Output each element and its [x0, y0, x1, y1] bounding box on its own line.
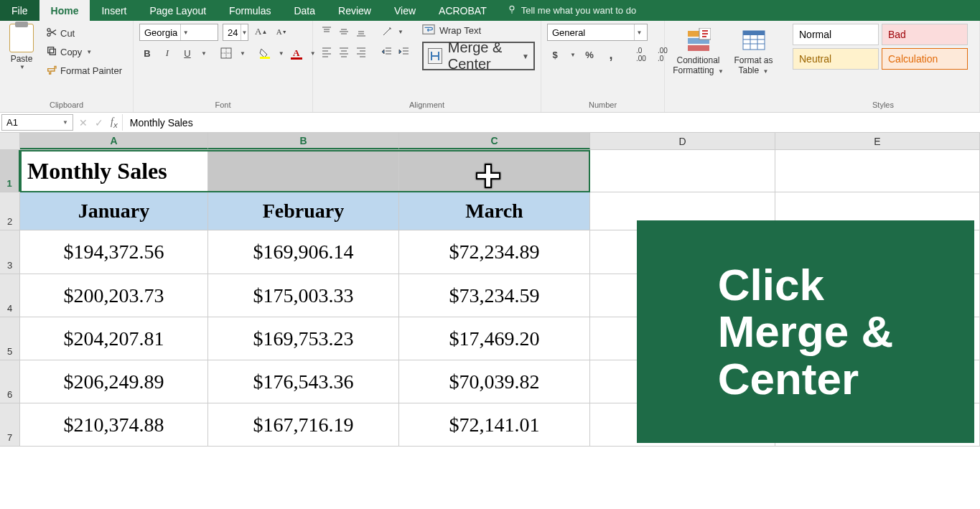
- cell-A3[interactable]: $194,372.56: [20, 230, 208, 274]
- cut-button[interactable]: Cut: [43, 25, 125, 41]
- tab-acrobat[interactable]: ACROBAT: [427, 0, 498, 21]
- italic-button[interactable]: I: [159, 45, 175, 61]
- col-head-A[interactable]: A: [20, 133, 208, 149]
- align-right-button[interactable]: [353, 44, 369, 60]
- merge-center-button[interactable]: Merge & Center ▼: [422, 42, 535, 70]
- chevron-down-icon: ▼: [180, 24, 190, 40]
- name-box[interactable]: A1 ▼: [1, 114, 73, 131]
- format-painter-label: Format Painter: [60, 65, 122, 76]
- fill-color-button[interactable]: [257, 45, 273, 61]
- row-head-6[interactable]: 6: [0, 360, 20, 403]
- select-all-corner[interactable]: [0, 133, 20, 149]
- col-head-E[interactable]: E: [775, 133, 980, 149]
- group-font: Georgia ▼ 24 ▼ A▲ A▼ B I U▼ ▼ ▼ A▼ Font: [134, 21, 313, 112]
- cell-B5[interactable]: $169,753.23: [208, 317, 399, 360]
- tab-formulas[interactable]: Formulas: [218, 0, 282, 21]
- font-color-button[interactable]: A: [289, 45, 304, 61]
- insert-function-button[interactable]: fx: [111, 116, 118, 129]
- chevron-down-icon: ▼: [62, 119, 68, 126]
- cell-B2[interactable]: February: [208, 192, 399, 230]
- cell-C1[interactable]: [399, 150, 590, 192]
- cell-A5[interactable]: $204,207.81: [20, 317, 208, 360]
- format-as-table-button[interactable]: Format as Table ▼: [726, 24, 781, 75]
- copy-button[interactable]: Copy ▼: [43, 44, 125, 60]
- cell-C3[interactable]: $72,234.89: [399, 230, 590, 274]
- ribbon: Paste ▼ Cut Copy ▼ Format Painter C: [0, 21, 980, 113]
- row-head-1[interactable]: 1: [0, 150, 20, 192]
- col-head-C[interactable]: C: [399, 133, 590, 149]
- format-painter-button[interactable]: Format Painter: [43, 62, 125, 78]
- tab-insert[interactable]: Insert: [90, 0, 138, 21]
- decrease-font-button[interactable]: A▼: [274, 24, 289, 39]
- font-size-combo[interactable]: 24 ▼: [223, 24, 248, 41]
- style-bad[interactable]: Bad: [882, 24, 968, 45]
- underline-button[interactable]: U: [179, 45, 195, 61]
- accounting-format-button[interactable]: $: [547, 47, 563, 62]
- cell-C7[interactable]: $72,141.01: [399, 403, 590, 446]
- svg-rect-10: [688, 45, 709, 51]
- row-head-7[interactable]: 7: [0, 403, 20, 446]
- style-calculation[interactable]: Calculation: [882, 48, 968, 70]
- tell-me-search[interactable]: Tell me what you want to do: [498, 0, 645, 21]
- conditional-formatting-label: Conditional Formatting: [673, 55, 719, 75]
- tutorial-line2: Merge &: [718, 308, 894, 355]
- row-head-4[interactable]: 4: [0, 274, 20, 317]
- row-head-5[interactable]: 5: [0, 317, 20, 360]
- paste-button[interactable]: Paste ▼: [6, 24, 37, 78]
- tab-data[interactable]: Data: [282, 0, 327, 21]
- number-format-combo[interactable]: General ▼: [547, 24, 648, 41]
- clipboard-icon: [9, 24, 34, 52]
- cancel-formula-button[interactable]: ✕: [79, 117, 88, 129]
- conditional-formatting-button[interactable]: Conditional Formatting ▼: [671, 24, 726, 75]
- cell-C5[interactable]: $17,469.20: [399, 317, 590, 360]
- row-head-3[interactable]: 3: [0, 230, 20, 274]
- cell-C2[interactable]: March: [399, 192, 590, 230]
- tab-review[interactable]: Review: [327, 0, 383, 21]
- wrap-text-button[interactable]: Wrap Text: [422, 24, 535, 37]
- enter-formula-button[interactable]: ✓: [95, 117, 103, 129]
- align-bottom-button[interactable]: [353, 24, 369, 39]
- formula-input[interactable]: Monthly Sales: [123, 113, 980, 132]
- increase-font-button[interactable]: A▲: [253, 24, 269, 39]
- cell-A4[interactable]: $200,203.73: [20, 274, 208, 317]
- cell-B4[interactable]: $175,003.33: [208, 274, 399, 317]
- cell-E1[interactable]: [775, 150, 980, 192]
- percent-button[interactable]: %: [582, 47, 597, 62]
- borders-button[interactable]: [218, 45, 234, 61]
- row-head-2[interactable]: 2: [0, 192, 20, 230]
- bold-button[interactable]: B: [139, 45, 155, 61]
- cell-C6[interactable]: $70,039.82: [399, 360, 590, 403]
- cell-A6[interactable]: $206,249.89: [20, 360, 208, 403]
- chevron-down-icon: ▼: [718, 68, 724, 75]
- cell-B6[interactable]: $176,543.36: [208, 360, 399, 403]
- align-top-button[interactable]: [319, 24, 335, 39]
- style-normal[interactable]: Normal: [793, 24, 879, 45]
- align-middle-button[interactable]: [336, 24, 352, 39]
- increase-decimal-button[interactable]: .0.00: [633, 47, 649, 62]
- cell-C4[interactable]: $73,234.59: [399, 274, 590, 317]
- col-head-D[interactable]: D: [590, 133, 775, 149]
- tab-page-layout[interactable]: Page Layout: [138, 0, 218, 21]
- increase-indent-button[interactable]: [396, 44, 412, 60]
- tab-home[interactable]: Home: [39, 0, 90, 21]
- decrease-indent-button[interactable]: [379, 44, 395, 60]
- tab-view[interactable]: View: [383, 0, 427, 21]
- tab-file[interactable]: File: [0, 0, 39, 21]
- comma-style-button[interactable]: ,: [603, 47, 619, 62]
- cell-A2[interactable]: January: [20, 192, 208, 230]
- orientation-button[interactable]: [379, 24, 395, 39]
- cell-A7[interactable]: $210,374.88: [20, 403, 208, 446]
- group-number: General ▼ $▼ % , .0.00 .00.0 Number: [541, 21, 665, 112]
- col-head-B[interactable]: B: [208, 133, 399, 149]
- align-center-button[interactable]: [336, 44, 352, 60]
- font-name-combo[interactable]: Georgia ▼: [139, 24, 218, 41]
- style-neutral[interactable]: Neutral: [793, 48, 879, 70]
- group-label-clipboard: Clipboard: [6, 99, 127, 112]
- align-left-button[interactable]: [319, 44, 335, 60]
- cell-A1[interactable]: Monthly Sales: [20, 150, 208, 192]
- scissors-icon: [46, 27, 57, 40]
- cell-B1[interactable]: [208, 150, 399, 192]
- cell-B7[interactable]: $167,716.19: [208, 403, 399, 446]
- cell-D1[interactable]: [590, 150, 775, 192]
- cell-B3[interactable]: $169,906.14: [208, 230, 399, 274]
